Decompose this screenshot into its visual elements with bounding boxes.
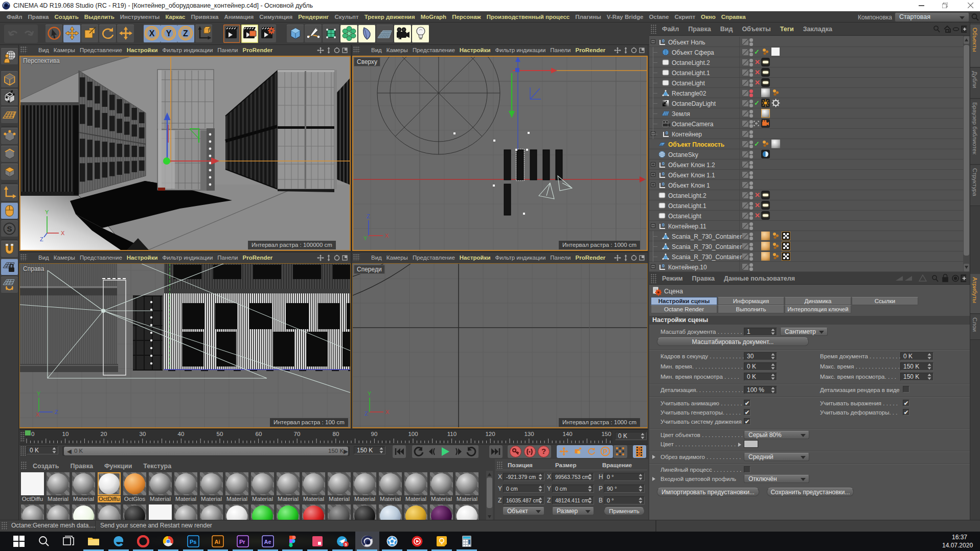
svg-text:Z: Z [367, 213, 370, 219]
svg-text:S: S [7, 224, 12, 233]
svg-text:0: 0 [662, 263, 665, 268]
svg-text:P: P [603, 448, 607, 455]
svg-text:Ai: Ai [215, 539, 220, 545]
svg-text:0: 0 [662, 171, 665, 176]
svg-text:Ae: Ae [264, 539, 271, 545]
svg-text:0: 0 [666, 130, 668, 135]
svg-text:X: X [385, 233, 389, 239]
svg-text:0: 0 [662, 38, 665, 43]
svg-text:Ps: Ps [190, 539, 196, 545]
svg-text:Z: Z [364, 410, 368, 417]
svg-text:Y: Y [166, 29, 172, 38]
svg-text:0: 0 [662, 161, 665, 166]
svg-text:Z: Z [183, 29, 188, 38]
svg-text:X: X [149, 29, 155, 38]
svg-text:Y: Y [368, 391, 372, 397]
svg-text:Pr: Pr [239, 539, 245, 545]
svg-text:Z: Z [55, 409, 58, 415]
svg-text:X: X [36, 411, 40, 418]
svg-text:X: X [61, 230, 65, 236]
svg-text:Y: Y [363, 235, 368, 241]
svg-text:Y: Y [45, 209, 49, 215]
svg-text:Z: Z [40, 236, 43, 242]
svg-text:0: 0 [662, 181, 665, 187]
svg-text:5: 5 [345, 542, 347, 547]
svg-text:0: 0 [662, 222, 665, 227]
svg-text:X: X [385, 409, 390, 415]
svg-text:Y: Y [37, 391, 41, 397]
